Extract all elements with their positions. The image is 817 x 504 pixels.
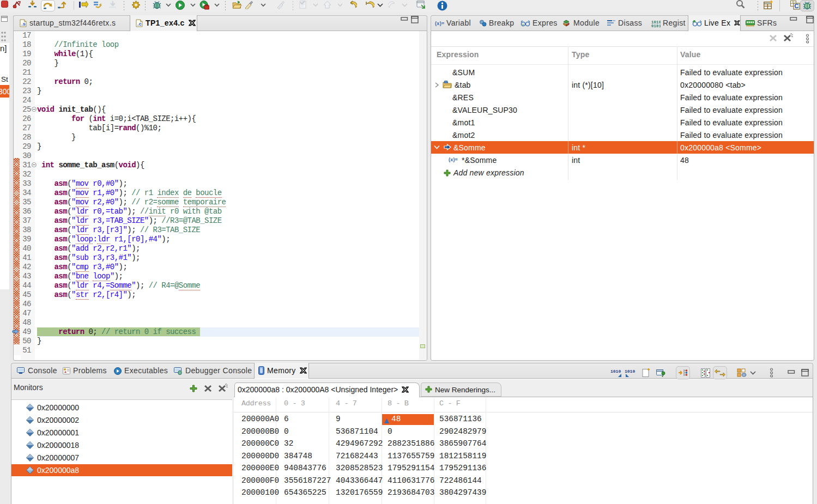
- svg-text:.c: .c: [137, 21, 142, 27]
- svg-text:C: C: [795, 3, 799, 9]
- svg-text:1010: 1010: [625, 369, 635, 374]
- svg-text:x: x: [522, 23, 524, 26]
- svg-text:1010: 1010: [610, 369, 621, 374]
- svg-text:(x)=: (x)=: [435, 21, 444, 26]
- svg-text:.s: .s: [21, 21, 26, 27]
- svg-text:0101: 0101: [651, 24, 661, 28]
